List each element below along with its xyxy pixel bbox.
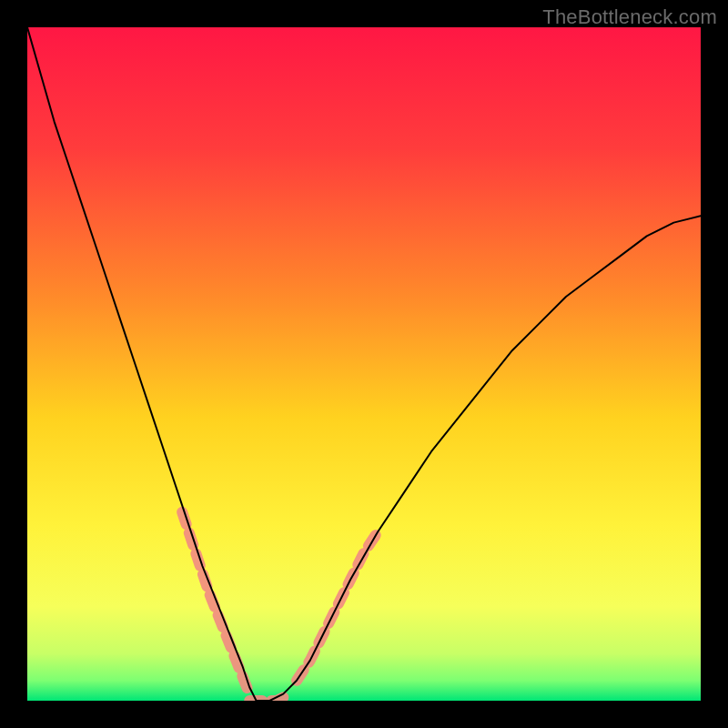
chart-canvas	[27, 27, 701, 701]
bottleneck-chart	[27, 27, 701, 701]
chart-background	[27, 27, 701, 701]
watermark-text: TheBottleneck.com	[542, 5, 717, 29]
